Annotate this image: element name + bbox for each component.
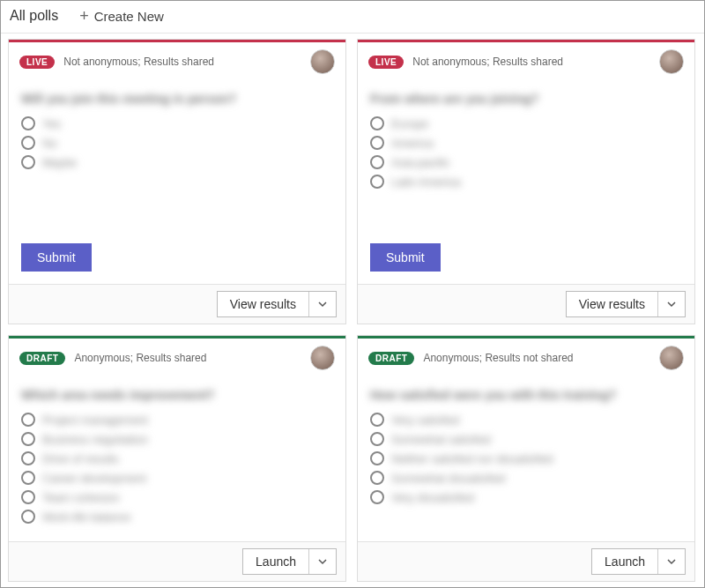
option-label: Maybe [42, 156, 77, 169]
radio-icon [21, 451, 35, 465]
poll-card: DRAFT Anonymous; Results not shared How … [357, 335, 695, 582]
poll-option[interactable]: Business negotiation [21, 432, 333, 446]
page-title: All polls [10, 8, 58, 24]
poll-option[interactable]: Asia-pacific [370, 155, 682, 169]
option-label: Team cohesion [42, 491, 119, 504]
chevron-down-icon [318, 557, 327, 566]
poll-meta: Anonymous; Results not shared [423, 352, 573, 364]
radio-icon [21, 510, 35, 524]
create-new-label: Create New [94, 9, 164, 24]
submit-button[interactable]: Submit [21, 243, 92, 272]
poll-option[interactable]: Career development [21, 471, 333, 485]
poll-question: Which area needs improvement? [21, 388, 333, 402]
radio-icon [21, 116, 35, 130]
poll-body: Will you join this meeting in person? Ye… [9, 78, 345, 236]
topbar: All polls + Create New [1, 1, 704, 33]
poll-body: Which area needs improvement? Project ma… [9, 374, 345, 541]
option-label: Career development [42, 472, 146, 485]
radio-icon [370, 155, 384, 169]
status-badge: DRAFT [19, 352, 65, 365]
poll-option[interactable]: Yes [21, 116, 333, 130]
radio-icon [370, 471, 384, 485]
launch-button[interactable]: Launch [243, 549, 309, 574]
option-label: Neither satisfied nor dissatisfied [391, 452, 553, 465]
poll-option[interactable]: Very satisfied [370, 413, 682, 427]
poll-card: LIVE Not anonymous; Results shared From … [357, 39, 695, 324]
option-label: Latin America [391, 175, 461, 189]
polls-grid: LIVE Not anonymous; Results shared Will … [1, 33, 704, 587]
option-label: Asia-pacific [391, 156, 449, 169]
poll-option[interactable]: Drive of results [21, 451, 333, 465]
option-label: No [42, 137, 57, 150]
dropdown-button[interactable] [658, 549, 685, 574]
submit-row: Submit [9, 236, 345, 284]
view-results-split-button: View results [566, 291, 686, 317]
poll-footer: Launch [358, 541, 694, 581]
poll-footer: View results [9, 284, 345, 324]
poll-question: From where are you joining? [370, 92, 682, 106]
poll-option[interactable]: Very dissatisfied [370, 490, 682, 504]
poll-header: DRAFT Anonymous; Results shared [9, 339, 345, 374]
option-label: Somewhat dissatisfied [391, 472, 505, 485]
radio-icon [21, 490, 35, 504]
poll-option[interactable]: Somewhat dissatisfied [370, 471, 682, 485]
launch-split-button: Launch [242, 548, 337, 575]
chevron-down-icon [667, 300, 676, 309]
poll-footer: Launch [9, 541, 345, 581]
poll-option[interactable]: Work-life balance [21, 510, 333, 524]
option-label: Drive of results [42, 452, 119, 465]
chevron-down-icon [667, 557, 676, 566]
poll-option[interactable]: Europe [370, 116, 682, 130]
option-label: Europe [391, 117, 428, 130]
poll-option[interactable]: Project management [21, 413, 333, 427]
status-badge: DRAFT [368, 352, 414, 365]
poll-meta: Not anonymous; Results shared [412, 56, 563, 68]
option-label: Project management [42, 413, 148, 427]
poll-header: DRAFT Anonymous; Results not shared [358, 339, 694, 374]
create-new-button[interactable]: + Create New [74, 6, 169, 26]
poll-option[interactable]: Team cohesion [21, 490, 333, 504]
radio-icon [21, 136, 35, 150]
avatar[interactable] [659, 49, 684, 74]
option-label: Very dissatisfied [391, 491, 474, 504]
option-label: Business negotiation [42, 433, 148, 446]
view-results-button[interactable]: View results [218, 292, 309, 316]
dropdown-button[interactable] [658, 292, 685, 316]
avatar[interactable] [310, 346, 335, 370]
radio-icon [370, 451, 384, 465]
poll-option[interactable]: Latin America [370, 175, 682, 189]
poll-question: How satisfied were you with this trainin… [370, 388, 682, 402]
poll-body: From where are you joining? Europe Ameri… [358, 78, 694, 236]
poll-option[interactable]: No [21, 136, 333, 150]
status-badge: LIVE [19, 56, 55, 69]
submit-row: Submit [358, 236, 694, 284]
radio-icon [21, 413, 35, 427]
launch-button[interactable]: Launch [592, 549, 658, 574]
radio-icon [21, 471, 35, 485]
submit-button[interactable]: Submit [370, 243, 441, 272]
view-results-split-button: View results [217, 291, 337, 317]
poll-footer: View results [358, 284, 694, 324]
radio-icon [370, 490, 384, 504]
dropdown-button[interactable] [309, 549, 336, 574]
poll-card: LIVE Not anonymous; Results shared Will … [8, 39, 346, 324]
poll-header: LIVE Not anonymous; Results shared [9, 42, 345, 78]
poll-question: Will you join this meeting in person? [21, 92, 333, 106]
chevron-down-icon [318, 300, 327, 309]
avatar[interactable] [310, 49, 335, 74]
radio-icon [370, 413, 384, 427]
radio-icon [21, 432, 35, 446]
poll-meta: Anonymous; Results shared [74, 352, 206, 364]
view-results-button[interactable]: View results [567, 292, 658, 316]
option-label: Very satisfied [391, 413, 459, 427]
poll-option[interactable]: Maybe [21, 155, 333, 169]
dropdown-button[interactable] [309, 292, 336, 316]
poll-option[interactable]: America [370, 136, 682, 150]
poll-option[interactable]: Somewhat satisfied [370, 432, 682, 446]
radio-icon [370, 136, 384, 150]
option-label: Yes [42, 117, 61, 130]
poll-option[interactable]: Neither satisfied nor dissatisfied [370, 451, 682, 465]
launch-split-button: Launch [591, 548, 686, 575]
radio-icon [370, 175, 384, 189]
avatar[interactable] [659, 346, 684, 370]
